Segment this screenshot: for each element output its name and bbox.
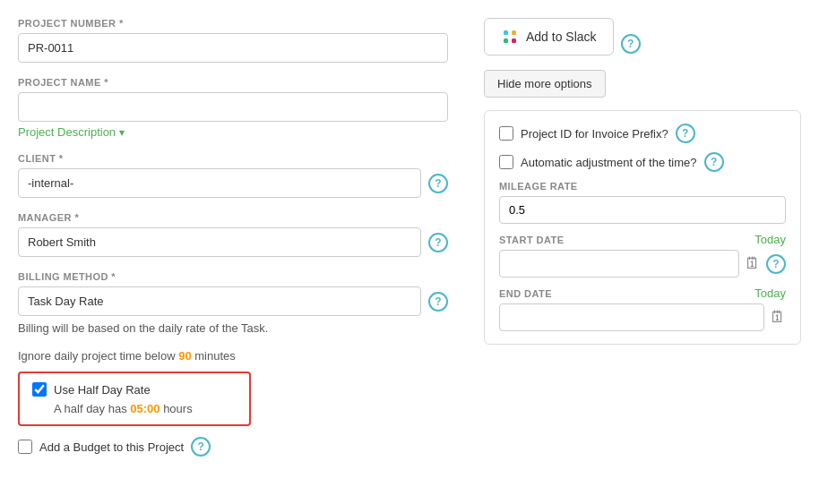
auto-adjust-row: Automatic adjustment of the time? ?: [499, 152, 786, 172]
ignore-note: Ignore daily project time below 90 minut…: [18, 349, 448, 363]
add-budget-help-icon[interactable]: ?: [191, 437, 211, 457]
billing-method-select-wrapper: Task Day Rate Fixed Price Hourly Rate ?: [18, 286, 448, 316]
right-column: Add to Slack ? Hide more options Project…: [484, 18, 801, 462]
hide-options-button[interactable]: Hide more options: [484, 70, 606, 98]
start-date-calendar-icon[interactable]: 🗓: [745, 254, 761, 273]
project-name-label: PROJECT NAME *: [18, 77, 448, 88]
start-date-header: START DATE Today: [499, 233, 786, 246]
client-select-wrapper: -internal- External Client A ?: [18, 168, 448, 198]
half-day-hours: 05:00: [130, 402, 159, 415]
add-to-slack-label: Add to Slack: [526, 30, 597, 44]
client-help-icon[interactable]: ?: [428, 174, 448, 193]
half-day-sub: A half day has 05:00 hours: [54, 402, 237, 415]
start-date-label: START DATE: [499, 235, 564, 245]
start-date-help-icon[interactable]: ?: [766, 254, 786, 274]
left-column: PROJECT NUMBER * PROJECT NAME * Project …: [18, 18, 448, 462]
client-select[interactable]: -internal- External Client A: [18, 168, 421, 198]
billing-method-help-icon[interactable]: ?: [428, 292, 448, 312]
project-id-help-icon[interactable]: ?: [676, 124, 695, 143]
slack-help-icon[interactable]: ?: [621, 34, 641, 54]
start-date-input[interactable]: [499, 250, 739, 278]
add-budget-checkbox[interactable]: [18, 440, 32, 454]
mileage-rate-label: MILEAGE RATE: [499, 181, 786, 192]
half-day-rate-box: Use Half Day Rate A half day has 05:00 h…: [18, 372, 251, 426]
ignore-note-suffix: minutes: [192, 349, 236, 363]
project-number-input[interactable]: [18, 33, 448, 63]
manager-label: MANAGER *: [18, 212, 448, 223]
slack-row: Add to Slack ?: [484, 18, 801, 70]
manager-select-wrapper: Robert Smith Jane Doe ?: [18, 227, 448, 257]
end-date-today: Today: [754, 286, 786, 300]
mileage-rate-input[interactable]: [499, 196, 786, 224]
manager-group: MANAGER * Robert Smith Jane Doe ?: [18, 212, 448, 257]
start-date-today: Today: [754, 233, 786, 246]
project-description-text: Project Description: [18, 125, 116, 139]
hide-options-label: Hide more options: [497, 77, 592, 90]
add-budget-row: Add a Budget to this Project ?: [18, 437, 448, 457]
add-budget-label: Add a Budget to this Project: [39, 440, 184, 454]
half-day-rate-checkbox[interactable]: [32, 382, 47, 397]
end-date-input-row: 🗓: [499, 303, 786, 331]
project-number-label: PROJECT NUMBER *: [18, 18, 448, 29]
billing-method-label: BILLING METHOD *: [18, 271, 448, 282]
project-id-checkbox[interactable]: [499, 126, 513, 141]
project-id-row: Project ID for Invoice Prefix? ?: [499, 124, 786, 143]
ignore-minutes: 90: [178, 349, 191, 363]
client-label: CLIENT *: [18, 153, 448, 164]
half-day-rate-row: Use Half Day Rate: [32, 382, 237, 397]
project-id-label: Project ID for Invoice Prefix?: [521, 127, 668, 141]
ignore-note-prefix: Ignore daily project time below: [18, 349, 178, 363]
manager-select[interactable]: Robert Smith Jane Doe: [18, 227, 421, 257]
manager-help-icon[interactable]: ?: [428, 233, 448, 252]
auto-adjust-help-icon[interactable]: ?: [704, 152, 724, 172]
svg-rect-3: [512, 38, 516, 43]
options-panel: Project ID for Invoice Prefix? ? Automat…: [484, 110, 801, 345]
half-day-rate-label: Use Half Day Rate: [54, 383, 151, 397]
start-date-input-row: 🗓 ?: [499, 250, 786, 278]
client-group: CLIENT * -internal- External Client A ?: [18, 153, 448, 198]
billing-note: Billing will be based on the daily rate …: [18, 321, 448, 335]
end-date-input[interactable]: [499, 303, 764, 331]
end-date-calendar-icon[interactable]: 🗓: [770, 308, 786, 327]
project-description-chevron: ▾: [119, 126, 125, 139]
add-to-slack-button[interactable]: Add to Slack: [484, 18, 614, 56]
end-date-label: END DATE: [499, 288, 552, 299]
slack-icon: [501, 28, 519, 46]
svg-rect-1: [504, 38, 508, 43]
billing-method-select[interactable]: Task Day Rate Fixed Price Hourly Rate: [18, 286, 421, 316]
svg-rect-2: [512, 30, 516, 35]
project-number-group: PROJECT NUMBER *: [18, 18, 448, 63]
billing-method-group: BILLING METHOD * Task Day Rate Fixed Pri…: [18, 271, 448, 335]
half-day-sub-suffix: hours: [160, 402, 193, 415]
auto-adjust-checkbox[interactable]: [499, 155, 513, 169]
end-date-header: END DATE Today: [499, 286, 786, 300]
svg-rect-0: [504, 30, 508, 35]
half-day-sub-prefix: A half day has: [54, 402, 130, 415]
project-name-input[interactable]: [18, 92, 448, 122]
project-description-link[interactable]: Project Description ▾: [18, 125, 448, 139]
auto-adjust-label: Automatic adjustment of the time?: [521, 156, 697, 169]
project-name-group: PROJECT NAME * Project Description ▾: [18, 77, 448, 139]
